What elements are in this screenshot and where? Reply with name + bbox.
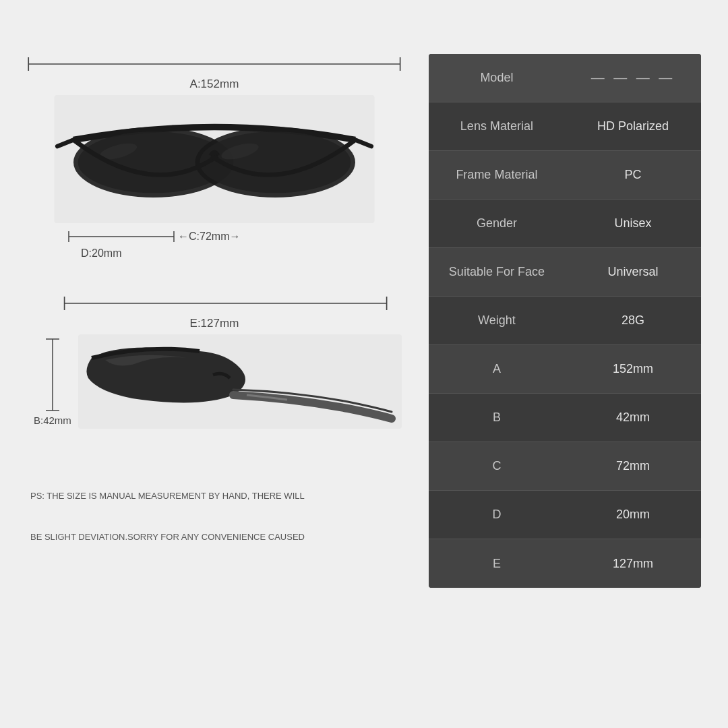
spec-label-2: Frame Material — [429, 158, 565, 191]
c-measurement-row: ←C:72mm→ — [67, 229, 402, 245]
spec-row-10: E127mm — [429, 539, 701, 588]
spec-row-7: B42mm — [429, 394, 701, 442]
spec-value-2: PC — [565, 158, 701, 191]
spec-value-6: 152mm — [565, 353, 701, 386]
spec-row-9: D20mm — [429, 491, 701, 539]
spec-value-9: 20mm — [565, 498, 701, 531]
measurement-e-label: E:127mm — [27, 317, 402, 330]
c-label: ←C:72mm→ — [178, 231, 240, 243]
spec-label-10: E — [429, 547, 565, 580]
spec-value-0: — — — — — [565, 61, 701, 95]
spec-label-4: Suitable For Face — [429, 255, 565, 289]
spec-label-1: Lens Material — [429, 110, 565, 143]
spec-label-8: C — [429, 450, 565, 483]
spec-row-2: Frame MaterialPC — [429, 151, 701, 200]
main-container: A:152mm — [0, 0, 728, 728]
glasses-side-view-container: B:42mm — [27, 334, 402, 429]
spec-label-6: A — [429, 353, 565, 386]
spec-label-7: B — [429, 401, 565, 434]
spec-value-7: 42mm — [565, 401, 701, 434]
side-diagram-section: E:127mm B:42mm — [27, 293, 402, 429]
measurement-a-line — [27, 54, 402, 74]
ps-note-container: PS: THE SIZE IS MANUAL MEASUREMENT BY HA… — [27, 462, 402, 545]
spec-row-4: Suitable For FaceUniversal — [429, 248, 701, 297]
spec-row-1: Lens MaterialHD Polarized — [429, 102, 701, 151]
spec-label-5: Weight — [429, 304, 565, 337]
spec-label-9: D — [429, 498, 565, 531]
glasses-front-svg — [53, 95, 376, 223]
spec-value-5: 28G — [565, 304, 701, 337]
spec-value-3: Unisex — [565, 207, 701, 240]
spec-row-8: C72mm — [429, 442, 701, 491]
ps-note-line2: BE SLIGHT DEVIATION.SORRY FOR ANY CONVEN… — [27, 530, 402, 545]
glasses-side-svg — [78, 334, 402, 429]
c-arrow-svg — [67, 229, 175, 245]
spec-value-8: 72mm — [565, 450, 701, 483]
spec-row-6: A152mm — [429, 345, 701, 394]
spec-label-3: Gender — [429, 207, 565, 240]
b-label: B:42mm — [34, 415, 71, 426]
spec-value-4: Universal — [565, 255, 701, 289]
left-panel: A:152mm — [27, 40, 402, 688]
spec-row-0: Model— — — — — [429, 54, 701, 102]
specs-table: Model— — — —Lens MaterialHD PolarizedFra… — [429, 54, 701, 588]
spec-row-5: Weight28G — [429, 297, 701, 345]
d-label: D:20mm — [81, 247, 402, 260]
b-measurement-container: B:42mm — [34, 338, 71, 426]
spec-value-1: HD Polarized — [565, 110, 701, 143]
cd-measurements: ←C:72mm→ D:20mm — [27, 229, 402, 260]
measurement-a-label: A:152mm — [27, 78, 402, 91]
b-arrow-svg — [42, 338, 63, 412]
front-diagram-section: A:152mm — [27, 54, 402, 260]
measurement-e-line — [27, 293, 402, 313]
spec-value-10: 127mm — [565, 547, 701, 580]
glasses-front-view — [27, 95, 402, 223]
spec-row-3: GenderUnisex — [429, 200, 701, 248]
ps-note-line1: PS: THE SIZE IS MANUAL MEASUREMENT BY HA… — [27, 489, 402, 504]
spec-label-0: Model — [429, 61, 565, 94]
